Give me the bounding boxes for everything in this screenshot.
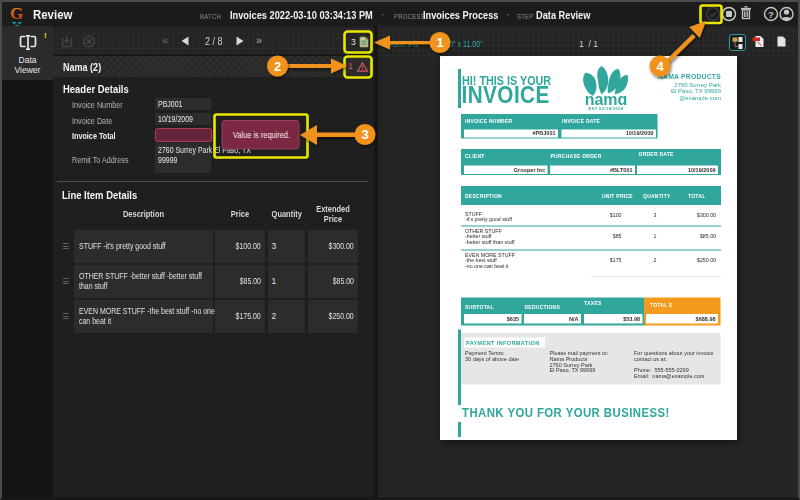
svg-text:?: ? bbox=[768, 9, 774, 20]
svg-text:G: G bbox=[10, 5, 23, 23]
